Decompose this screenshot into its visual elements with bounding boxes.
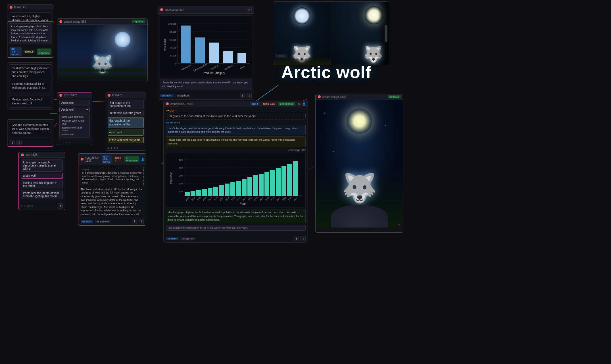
count-3: 1+1 <box>66 141 70 144</box>
svg-rect-53 <box>213 187 218 196</box>
wolf-image-1335: 🐺 ≋ <box>316 100 403 228</box>
svg-rect-67 <box>293 161 298 196</box>
count-2: 1 <box>62 141 64 144</box>
svg-text:20,000: 20,000 <box>170 54 177 57</box>
svg-rect-48 <box>185 192 190 196</box>
up-icon[interactable]: ⬆ <box>58 203 63 209</box>
svg-text:2002: 2002 <box>191 197 195 201</box>
temp-badge-1133: temp 1 <box>113 156 123 162</box>
arctic-wolf-dropdown[interactable]: Arctic wolf ▾ <box>59 107 90 112</box>
comma-list-text: a comma separated list of wolf breeds th… <box>9 80 52 92</box>
svg-rect-26 <box>223 51 233 63</box>
svg-text:2009: 2009 <box>231 197 235 201</box>
svg-text:40,000: 40,000 <box>170 47 177 49</box>
user-icon-1133: 👤 <box>141 158 144 161</box>
svg-rect-57 <box>236 181 241 196</box>
svg-text:2019: 2019 <box>287 197 292 201</box>
arctic-wolf-chart: 500 400 300 200 100 Population <box>166 153 306 207</box>
model-badge-18660: gpt-4 <box>250 102 260 106</box>
svg-text:0: 0 <box>175 62 177 65</box>
sys-label-1133: as system <box>95 220 111 223</box>
down-icon-1133[interactable]: ⬇ <box>132 219 137 224</box>
wolf-breeds-text: Mexican wolf, Arctic wolf, Eastern wolf,… <box>9 96 52 108</box>
count-1: 1 <box>59 141 61 144</box>
svg-rect-51 <box>202 189 207 196</box>
svg-text:2011: 2011 <box>242 197 247 201</box>
svg-rect-60 <box>253 175 258 196</box>
create-image-883: create image-883 liquid10 🐺 <box>57 18 148 82</box>
svg-text:Food: Food <box>239 65 245 70</box>
user-icon-18660: 👤 <box>302 102 306 106</box>
chart-input-field[interactable] <box>166 225 306 231</box>
svg-text:2016: 2016 <box>270 197 275 201</box>
icon-upload-1[interactable]: ⬆ <box>16 140 22 145</box>
bar-chart-svg: 100,000 80,000 60,000 40,000 20,000 0 To… <box>162 18 253 75</box>
user-label-1133: os user <box>81 220 93 223</box>
temp-label: MP.2 <box>27 205 33 207</box>
svg-text:2003: 2003 <box>197 197 201 201</box>
indicator-node <box>276 54 287 58</box>
count-b: 1 <box>111 146 112 149</box>
arctic-wolf-highlight: Arctic wolf <box>109 131 142 134</box>
prompt-input-1[interactable]: In a single paragraph, describe a majest… <box>21 159 63 172</box>
icon-download-1[interactable]: ⬇ <box>10 140 15 145</box>
settings-icon-18660[interactable]: ⚙ <box>298 102 301 106</box>
bar-graph-highlight: Bar graph of the population of the <box>109 119 142 126</box>
detail-input[interactable]: looking over his kingdom in the forest. <box>21 180 63 189</box>
sys-label-18660: as system <box>180 237 196 240</box>
svg-text:Technology: Technology <box>180 64 192 71</box>
dropdown-option-1[interactable]: Gray wolf, red wolf, <box>61 115 88 119</box>
model-badge-1133: gpt-3.5-turbo <box>102 155 112 164</box>
svg-rect-49 <box>191 191 195 196</box>
dropdown-option-3[interactable]: Eastern wolf, and Great <box>61 126 88 132</box>
up-icon-18660[interactable]: ⬆ <box>301 236 306 241</box>
dropdown-option-2[interactable]: Mexican wolf, Arctic wolf, <box>61 119 88 126</box>
subject-input[interactable]: arctic wolf <box>21 173 63 179</box>
gen-count: 1 <box>21 205 22 207</box>
svg-rect-56 <box>230 182 235 196</box>
svg-rect-50 <box>196 190 201 196</box>
product-chart: 100,000 80,000 60,000 40,000 20,000 0 To… <box>160 15 252 77</box>
up-icon-vega[interactable]: ⬆ <box>247 93 252 98</box>
svg-text:400: 400 <box>179 167 183 169</box>
user-label-18660: os user <box>166 237 178 240</box>
bar-graph-input[interactable]: Bar graph of the population of the <box>108 100 144 109</box>
prompt-section-text: Bar graph of the population of the Arcti… <box>166 113 306 119</box>
liquid-badge-883: liquid10 <box>132 20 145 23</box>
give-me-prompt-card: Give me a comma separated list of wolf b… <box>7 119 54 147</box>
prompt-section-label: PROMPT <box>166 109 306 112</box>
svg-text:2004: 2004 <box>202 197 207 201</box>
story-response-text: The Arctic wolf stood atop a cliff, his … <box>81 188 144 216</box>
svg-text:2013: 2013 <box>253 197 258 201</box>
svg-rect-24 <box>195 37 205 63</box>
svg-text:Population: Population <box>170 172 172 184</box>
up-icon-1133[interactable]: ⬆ <box>139 219 144 224</box>
down-icon-vega[interactable]: ⬇ <box>240 93 245 98</box>
disclaimer-text: Please note that the data used in this e… <box>166 136 306 147</box>
original-prompt-text: In a single paragraph, describe a majest… <box>82 171 142 185</box>
svg-text:2006: 2006 <box>214 197 218 201</box>
comma-list-card: a comma separated list of wolf breeds th… <box>7 78 54 94</box>
canvas-board: text-2145 as abstract art, Highly detail… <box>0 0 611 364</box>
svg-text:80,000: 80,000 <box>170 31 177 33</box>
prompt-text-1[interactable]: In a single paragraph, describe a majest… <box>9 23 52 44</box>
card-text-120: text-120 Bar graph of the population of … <box>105 92 146 151</box>
svg-rect-66 <box>287 164 292 196</box>
resp-badge-18660: 1 response <box>278 102 295 106</box>
vega-chart-card: code:vega-lite# ✕ 100,000 80,000 60,000 <box>158 6 254 100</box>
svg-text:300: 300 <box>179 174 183 177</box>
svg-text:Total Sales: Total Sales <box>163 38 166 51</box>
svg-text:2017: 2017 <box>276 197 281 201</box>
card-text-2042d: text-2042d Arctic wolf Arctic wolf ▾ Gra… <box>57 92 92 145</box>
svg-rect-65 <box>281 166 286 196</box>
img-count: 1 <box>24 205 26 207</box>
dropdown-option-4[interactable]: Plains wolf. <box>61 132 88 136</box>
arctic-wolf-title: Arctic wolf <box>281 62 372 82</box>
down-icon-18660[interactable]: ⬇ <box>294 236 299 241</box>
style-input[interactable]: Photo realistic, depth of field, dramati… <box>21 190 63 199</box>
arctic-wolf-input[interactable]: Arctic wolf <box>59 100 90 106</box>
in-wild-input[interactable]: in the wild over the years <box>108 110 144 116</box>
svg-text:2008: 2008 <box>225 197 230 201</box>
close-vega[interactable]: ✕ <box>247 7 252 12</box>
svg-text:Year: Year <box>240 202 246 205</box>
